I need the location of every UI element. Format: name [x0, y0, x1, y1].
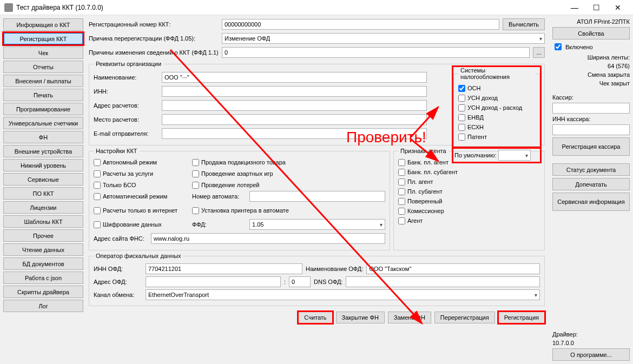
tax-default-select[interactable] — [498, 150, 531, 161]
cashier-input[interactable] — [552, 103, 630, 114]
ofd-addr-label: Адрес ОФД: — [94, 279, 142, 285]
automat-number-label: Номер автомата: — [192, 193, 246, 200]
close-fn-button[interactable]: Закрытие ФН — [336, 312, 385, 323]
agent-bank-subagent[interactable]: Банк. пл. субагент — [398, 167, 540, 177]
calculate-button[interactable]: Вычислить — [503, 18, 545, 30]
nav-check[interactable]: Чек — [3, 47, 83, 59]
org-name-input[interactable] — [162, 72, 427, 83]
agent-pay-subagent[interactable]: Пл. субагент — [398, 187, 540, 196]
kkt-encryption[interactable]: Шифрование данных — [94, 220, 186, 229]
nav-log[interactable]: Лог — [3, 300, 83, 312]
reg-number-input[interactable] — [222, 19, 499, 30]
properties-button[interactable]: Свойства — [552, 27, 630, 39]
registration-button[interactable]: Регистрация — [498, 312, 545, 323]
nav-read-data[interactable]: Чтение данных — [3, 243, 83, 256]
ofd-dns-input[interactable] — [346, 276, 540, 287]
read-button[interactable]: Считать — [298, 312, 332, 323]
nav-print[interactable]: Печать — [3, 89, 83, 101]
replace-fn-button[interactable]: Замена ФН — [388, 312, 431, 323]
nav-po-kkt[interactable]: ПО ККТ — [3, 187, 83, 200]
kkt-lottery[interactable]: Проведение лотерей — [192, 180, 385, 190]
main-panel: Регистрационный номер ККТ: Вычислить При… — [87, 15, 549, 364]
enabled-checkbox[interactable]: Включено — [552, 42, 630, 52]
nav-service[interactable]: Сервисные — [3, 173, 83, 186]
tax-envd[interactable]: ЕНВД — [458, 112, 535, 122]
kkt-internet[interactable]: Расчеты только в интернет — [94, 203, 186, 218]
doc-status-button[interactable]: Статус документа — [552, 163, 630, 176]
ofd-port-input[interactable] — [289, 276, 311, 287]
ofd-inn-input[interactable] — [146, 263, 302, 274]
kkt-autonomous[interactable]: Автономный режим — [94, 157, 186, 167]
nav-counters[interactable]: Универсальные счетчики — [3, 117, 83, 129]
tax-patent[interactable]: Патент — [458, 132, 535, 142]
ofd-legend: Оператор фискальных данных — [94, 253, 183, 259]
left-navigation: Информация о ККТ Регистрация ККТ Чек Отч… — [0, 15, 87, 364]
ofd-name-input[interactable] — [366, 263, 540, 274]
ffd-select[interactable]: 1.05 — [249, 219, 385, 230]
close-button[interactable]: ✕ — [607, 1, 629, 14]
minimize-button[interactable]: ― — [564, 1, 585, 14]
tape-width-value: 64 (576) — [552, 63, 630, 69]
email-input[interactable] — [162, 128, 427, 139]
ofd-channel-select[interactable]: EthernetOverTransport — [146, 289, 540, 300]
email-label: E-mail отправителя: — [94, 130, 159, 137]
nav-external[interactable]: Внешние устройства — [3, 145, 83, 157]
kkt-settings-fieldset: Настройки ККТ Автономный режим Расчеты з… — [89, 148, 390, 250]
nav-templates[interactable]: Шаблоны ККТ — [3, 215, 83, 228]
kkt-excise[interactable]: Продажа подакцизного товара — [192, 157, 385, 167]
kkt-gambling[interactable]: Проведение азартных игр — [192, 169, 385, 178]
nav-licenses[interactable]: Лицензии — [3, 201, 83, 214]
nav-info-kkt[interactable]: Информация о ККТ — [3, 18, 83, 31]
agent-agent[interactable]: Агент — [398, 216, 540, 226]
register-cashier-button[interactable]: Регистрация кассира — [552, 137, 630, 156]
titlebar: Тест драйвера ККТ (10.7.0.0) ― ☐ ✕ — [0, 0, 633, 15]
fns-url-input[interactable] — [151, 233, 385, 244]
kkt-bso[interactable]: Только БСО — [94, 180, 186, 190]
nav-lowlevel[interactable]: Нижний уровень — [3, 159, 83, 171]
about-button[interactable]: О программе... — [552, 348, 630, 361]
ffd-label: ФФД: — [192, 221, 246, 228]
nav-scripts[interactable]: Скрипты драйвера — [3, 286, 83, 298]
maximize-button[interactable]: ☐ — [585, 1, 607, 14]
ofd-channel-label: Канал обмена: — [94, 292, 142, 298]
organization-fieldset: Реквизиты организации Наименование: ИНН:… — [89, 61, 545, 145]
reg-number-label: Регистрационный номер ККТ: — [89, 21, 219, 28]
agent-fieldset: Признаки агента Банк. пл. агент Банк. пл… — [393, 148, 545, 250]
device-name: АТОЛ FPrint-22ПТК — [552, 18, 630, 25]
nav-other[interactable]: Прочее — [3, 229, 83, 242]
service-info-button[interactable]: Сервисная информация — [552, 193, 630, 211]
tax-usn-income[interactable]: УСН доход — [458, 93, 535, 103]
nav-reports[interactable]: Отчеты — [3, 61, 83, 73]
agent-pay-agent[interactable]: Пл. агент — [398, 177, 540, 187]
nav-json[interactable]: Работа с json — [3, 272, 83, 284]
address-input[interactable] — [162, 100, 427, 111]
rereg-reason-select[interactable]: Изменение ОФД — [222, 33, 545, 44]
agent-legend: Признаки агента — [398, 148, 449, 154]
kkt-services[interactable]: Расчеты за услуги — [94, 169, 186, 178]
automat-number-input[interactable] — [249, 191, 385, 202]
inn-label: ИНН: — [94, 88, 159, 95]
reprint-button[interactable]: Допечатать — [552, 178, 630, 190]
kkt-automatic[interactable]: Автоматический режим — [94, 191, 186, 201]
nav-registration-kkt[interactable]: Регистрация ККТ — [3, 32, 83, 45]
agent-attorney[interactable]: Поверенный — [398, 196, 540, 206]
reregistration-button[interactable]: Перерегистрация — [434, 312, 495, 323]
tax-osn[interactable]: ОСН — [458, 83, 535, 93]
tape-width-label: Ширина ленты: — [552, 54, 630, 61]
change-reasons-browse[interactable]: ... — [533, 47, 545, 58]
ofd-name-label: Наименование ОФД: — [306, 266, 363, 272]
ofd-fieldset: Оператор фискальных данных ИНН ОФД: Наим… — [89, 253, 545, 306]
place-input[interactable] — [162, 114, 427, 125]
ofd-addr-input[interactable] — [146, 276, 281, 287]
tax-usn-inc-exp[interactable]: УСН доход - расход — [458, 103, 535, 112]
kkt-printer-install[interactable]: Установка принтера в автомате — [192, 203, 385, 218]
agent-commissioner[interactable]: Комиссионер — [398, 206, 540, 216]
nav-fn[interactable]: ФН — [3, 131, 83, 143]
nav-programming[interactable]: Программирование — [3, 103, 83, 115]
tax-eshn[interactable]: ЕСХН — [458, 122, 535, 132]
nav-deposits[interactable]: Внесения / выплаты — [3, 75, 83, 87]
cashier-inn-input[interactable] — [552, 124, 630, 135]
nav-db-docs[interactable]: БД документов — [3, 257, 83, 270]
inn-input[interactable] — [162, 86, 427, 97]
change-reasons-input[interactable] — [222, 47, 530, 58]
